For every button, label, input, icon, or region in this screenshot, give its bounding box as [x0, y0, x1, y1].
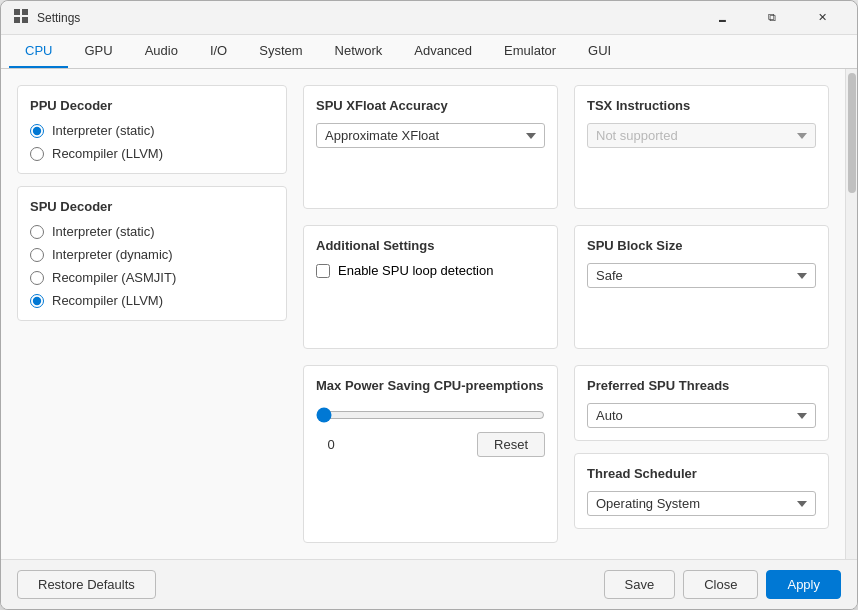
spu-decoder-options: Interpreter (static) Interpreter (dynami…: [30, 224, 274, 308]
bottom-bar: Restore Defaults Save Close Apply: [1, 559, 857, 609]
ppu-decoder-options: Interpreter (static) Recompiler (LLVM): [30, 123, 274, 161]
spu-xfloat-title: SPU XFloat Accuracy: [316, 98, 545, 113]
thread-scheduler-section: Thread Scheduler Operating System RPCS3 …: [574, 453, 829, 529]
max-power-slider[interactable]: [316, 407, 545, 423]
spu-loop-detection-checkbox[interactable]: [316, 264, 330, 278]
max-power-section: Max Power Saving CPU-preemptions 0 Reset: [303, 365, 558, 543]
additional-settings-section: Additional Settings Enable SPU loop dete…: [303, 225, 558, 349]
spu-recomp-asmjit-radio[interactable]: [30, 271, 44, 285]
tab-advanced[interactable]: Advanced: [398, 35, 488, 68]
spu-recomp-asmjit-label: Recompiler (ASMJIT): [52, 270, 176, 285]
spu-interp-static-option[interactable]: Interpreter (static): [30, 224, 274, 239]
tab-emulator[interactable]: Emulator: [488, 35, 572, 68]
svg-rect-3: [22, 17, 28, 23]
scrollbar[interactable]: [845, 69, 857, 559]
tabs-bar: CPU GPU Audio I/O System Network Advance…: [1, 35, 857, 69]
spu-block-size-select[interactable]: Safe Mega Giga: [587, 263, 816, 288]
thread-scheduler-select[interactable]: Operating System RPCS3 Scheduler RPCS3 A…: [587, 491, 816, 516]
minimize-icon: 🗕: [717, 12, 728, 24]
titlebar: Settings 🗕 ⧉ ✕: [1, 1, 857, 35]
spu-recomp-llvm-radio[interactable]: [30, 294, 44, 308]
slider-value-row: 0 Reset: [316, 432, 545, 457]
ppu-interp-static-radio[interactable]: [30, 124, 44, 138]
additional-settings-title: Additional Settings: [316, 238, 545, 253]
maximize-button[interactable]: ⧉: [749, 5, 795, 31]
spu-loop-detection-label: Enable SPU loop detection: [338, 263, 493, 278]
svg-rect-1: [22, 9, 28, 15]
titlebar-left: Settings: [13, 8, 80, 27]
tsx-select[interactable]: Not supported Enabled Disabled Forced: [587, 123, 816, 148]
app-icon: [13, 8, 29, 27]
close-dialog-button[interactable]: Close: [683, 570, 758, 599]
preferred-spu-threads-section: Preferred SPU Threads Auto 1 2 3 4: [574, 365, 829, 441]
tab-gpu[interactable]: GPU: [68, 35, 128, 68]
tab-network[interactable]: Network: [319, 35, 399, 68]
minimize-button[interactable]: 🗕: [699, 5, 745, 31]
left-column: PPU Decoder Interpreter (static) Recompi…: [17, 85, 287, 349]
spu-block-size-section: SPU Block Size Safe Mega Giga: [574, 225, 829, 349]
tsx-title: TSX Instructions: [587, 98, 816, 113]
spu-interp-static-label: Interpreter (static): [52, 224, 155, 239]
tab-gui[interactable]: GUI: [572, 35, 627, 68]
max-power-title: Max Power Saving CPU-preemptions: [316, 378, 545, 393]
tab-audio[interactable]: Audio: [129, 35, 194, 68]
spu-interp-dynamic-label: Interpreter (dynamic): [52, 247, 173, 262]
spu-recomp-asmjit-option[interactable]: Recompiler (ASMJIT): [30, 270, 274, 285]
tab-io[interactable]: I/O: [194, 35, 243, 68]
tab-system[interactable]: System: [243, 35, 318, 68]
tsx-section: TSX Instructions Not supported Enabled D…: [574, 85, 829, 209]
ppu-interp-static-option[interactable]: Interpreter (static): [30, 123, 274, 138]
bottom-left: Restore Defaults: [17, 570, 156, 599]
spu-decoder-title: SPU Decoder: [30, 199, 274, 214]
apply-button[interactable]: Apply: [766, 570, 841, 599]
tab-cpu[interactable]: CPU: [9, 35, 68, 68]
ppu-recomp-llvm-option[interactable]: Recompiler (LLVM): [30, 146, 274, 161]
content-area: PPU Decoder Interpreter (static) Recompi…: [1, 69, 857, 559]
spu-recomp-llvm-option[interactable]: Recompiler (LLVM): [30, 293, 274, 308]
spu-interp-static-radio[interactable]: [30, 225, 44, 239]
max-power-slider-container: 0 Reset: [316, 403, 545, 461]
spu-decoder-section: SPU Decoder Interpreter (static) Interpr…: [17, 186, 287, 321]
main-area: PPU Decoder Interpreter (static) Recompi…: [1, 69, 845, 559]
svg-rect-0: [14, 9, 20, 15]
ppu-recomp-llvm-radio[interactable]: [30, 147, 44, 161]
reset-button[interactable]: Reset: [477, 432, 545, 457]
svg-rect-2: [14, 17, 20, 23]
spu-xfloat-select[interactable]: Approximate XFloat Relaxed XFloat Accura…: [316, 123, 545, 148]
thread-scheduler-title: Thread Scheduler: [587, 466, 816, 481]
titlebar-controls: 🗕 ⧉ ✕: [699, 5, 845, 31]
spu-interp-dynamic-radio[interactable]: [30, 248, 44, 262]
close-button[interactable]: ✕: [799, 5, 845, 31]
close-icon: ✕: [818, 11, 827, 24]
maximize-icon: ⧉: [768, 11, 776, 24]
ppu-decoder-title: PPU Decoder: [30, 98, 274, 113]
ppu-decoder-section: PPU Decoder Interpreter (static) Recompi…: [17, 85, 287, 174]
settings-window: Settings 🗕 ⧉ ✕ CPU GPU Audio I/O System …: [0, 0, 858, 610]
bottom-right: Save Close Apply: [604, 570, 841, 599]
preferred-spu-threads-title: Preferred SPU Threads: [587, 378, 816, 393]
window-title: Settings: [37, 11, 80, 25]
max-power-value: 0: [316, 437, 346, 452]
restore-defaults-button[interactable]: Restore Defaults: [17, 570, 156, 599]
spu-block-size-title: SPU Block Size: [587, 238, 816, 253]
spu-xfloat-section: SPU XFloat Accuracy Approximate XFloat R…: [303, 85, 558, 209]
scrollbar-thumb[interactable]: [848, 73, 856, 193]
save-button[interactable]: Save: [604, 570, 676, 599]
spu-recomp-llvm-label: Recompiler (LLVM): [52, 293, 163, 308]
ppu-interp-static-label: Interpreter (static): [52, 123, 155, 138]
col3-bottom: Preferred SPU Threads Auto 1 2 3 4 Threa…: [574, 365, 829, 543]
spu-interp-dynamic-option[interactable]: Interpreter (dynamic): [30, 247, 274, 262]
preferred-spu-threads-select[interactable]: Auto 1 2 3 4: [587, 403, 816, 428]
ppu-recomp-llvm-label: Recompiler (LLVM): [52, 146, 163, 161]
spu-loop-detection-option[interactable]: Enable SPU loop detection: [316, 263, 545, 278]
